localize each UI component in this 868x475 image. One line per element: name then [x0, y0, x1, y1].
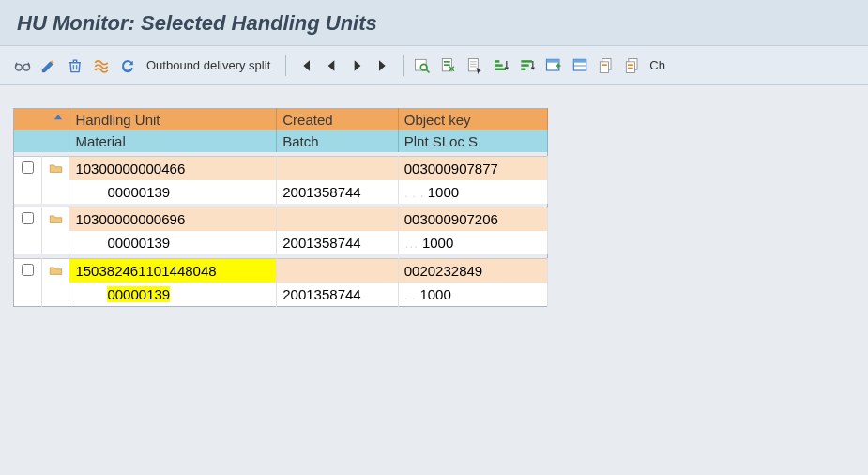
detail-row[interactable]: 00000139 2001358744 … 1000 [14, 231, 548, 254]
folder-icon[interactable] [49, 161, 63, 176]
doc-cursor-icon[interactable] [464, 54, 486, 78]
refresh-icon[interactable] [116, 54, 139, 78]
layout-icon[interactable] [569, 54, 591, 78]
sort-asc-icon[interactable] [490, 54, 512, 78]
folder-icon[interactable] [49, 211, 63, 227]
main-content: Handling Unit Created Object key Materia… [0, 85, 868, 329]
hu-number: 10300000000696 [69, 207, 277, 232]
toolbar: Outbound delivery split Ch [0, 46, 868, 85]
hu-row[interactable]: 150382461101448048 0020232849 [14, 258, 548, 283]
svg-rect-24 [628, 67, 633, 69]
svg-rect-7 [469, 58, 479, 70]
sort-desc-icon[interactable] [516, 54, 539, 78]
next-icon[interactable] [346, 54, 369, 78]
col-batch[interactable]: Batch [277, 130, 399, 152]
material-value: 00000139 [69, 231, 277, 254]
hu-created [277, 258, 399, 283]
svg-rect-8 [495, 68, 507, 70]
detail-row[interactable]: 00000139 2001358744 . . . 1000 [14, 180, 548, 204]
sort-asc-indicator-icon[interactable] [52, 112, 65, 128]
svg-rect-5 [444, 61, 450, 63]
detail-row[interactable]: 00000139 2001358744 . . 1000 [14, 283, 548, 307]
hu-row[interactable]: 10300000000466 003000907877 [14, 156, 548, 180]
svg-point-1 [23, 64, 30, 70]
svg-rect-13 [522, 68, 526, 70]
layout-add-icon[interactable] [542, 54, 565, 78]
last-icon[interactable] [373, 54, 395, 78]
separator [403, 55, 404, 76]
find-icon[interactable] [411, 54, 434, 78]
col-object-key[interactable]: Object key [398, 109, 547, 131]
hu-object-key: 0020232849 [398, 258, 547, 283]
plnt-sloc-value: . . . 1000 [398, 180, 547, 204]
batch-value: 2001358744 [277, 180, 399, 204]
svg-rect-10 [495, 60, 500, 62]
row-checkbox[interactable] [22, 264, 34, 276]
hu-created [277, 207, 399, 232]
header-lead-cell [14, 109, 69, 131]
col-material[interactable]: Material [69, 130, 277, 152]
trash-icon[interactable] [64, 54, 86, 78]
plnt-sloc-value: … 1000 [398, 231, 547, 254]
separator [285, 55, 286, 76]
copy-doc2-icon[interactable] [621, 54, 644, 78]
svg-rect-15 [547, 59, 559, 62]
folder-icon[interactable] [49, 263, 63, 279]
ch-button-truncated[interactable]: Ch [647, 58, 673, 72]
hu-created [277, 156, 399, 180]
row-checkbox[interactable] [22, 212, 34, 224]
material-value: 00000139 [69, 180, 277, 204]
plnt-sloc-value: . . 1000 [398, 283, 547, 307]
row-checkbox[interactable] [22, 161, 34, 174]
svg-rect-19 [601, 61, 609, 72]
svg-point-0 [16, 64, 23, 70]
title-bar: HU Monitor: Selected Handling Units [0, 0, 868, 46]
material-value: 00000139 [69, 283, 277, 307]
svg-rect-17 [574, 59, 586, 62]
prev-icon[interactable] [320, 54, 343, 78]
copy-doc1-icon[interactable] [595, 54, 617, 78]
grid-header-row: Handling Unit Created Object key [14, 109, 548, 131]
hu-number: 150382461101448048 [69, 258, 277, 283]
grid-subheader-row: Material Batch Plnt SLoc S [14, 130, 548, 152]
svg-rect-11 [522, 60, 533, 62]
svg-rect-23 [628, 64, 633, 66]
svg-rect-6 [444, 64, 450, 66]
col-plnt-sloc[interactable]: Plnt SLoc S [398, 130, 547, 152]
hu-grid: Handling Unit Created Object key Materia… [13, 108, 548, 307]
select-doc-icon[interactable] [437, 54, 460, 78]
svg-rect-12 [522, 64, 529, 67]
glasses-icon[interactable] [11, 54, 34, 78]
col-created[interactable]: Created [277, 109, 399, 131]
page-title: HU Monitor: Selected Handling Units [17, 11, 851, 36]
col-handling-unit[interactable]: Handling Unit [69, 109, 277, 131]
first-icon[interactable] [294, 54, 316, 78]
batch-value: 2001358744 [277, 283, 399, 307]
batch-value: 2001358744 [277, 231, 399, 254]
hu-object-key: 003000907877 [398, 156, 547, 180]
pencil-icon[interactable] [38, 54, 60, 78]
outbound-delivery-split-button[interactable]: Outbound delivery split [143, 58, 278, 72]
stack-icon[interactable] [90, 54, 113, 78]
hu-object-key: 003000907206 [398, 207, 547, 232]
svg-rect-20 [602, 64, 607, 66]
svg-rect-9 [495, 64, 503, 67]
hu-row[interactable]: 10300000000696 003000907206 [14, 207, 548, 232]
hu-number: 10300000000466 [69, 156, 277, 180]
